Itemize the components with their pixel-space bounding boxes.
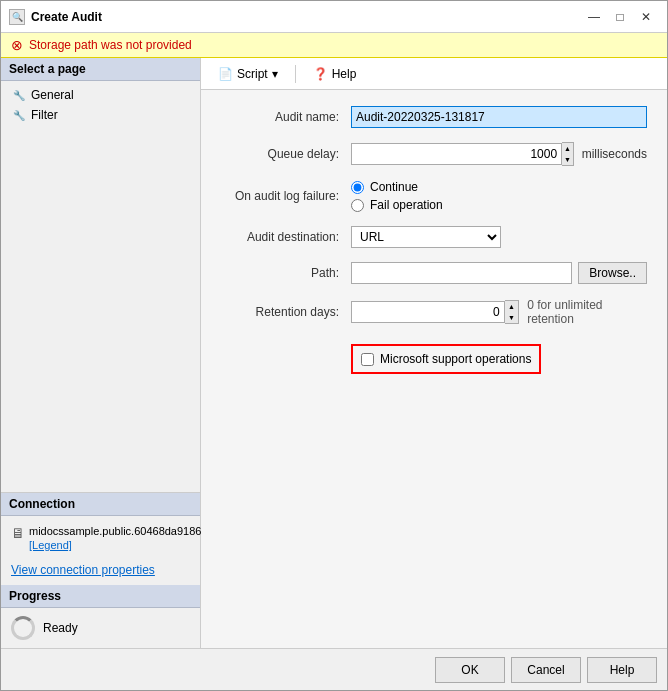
queue-delay-spinner-buttons: ▲ ▼ xyxy=(562,142,574,166)
window-title: Create Audit xyxy=(31,10,102,24)
bottom-bar: OK Cancel Help xyxy=(1,648,667,690)
error-bar: ⊗ Storage path was not provided xyxy=(1,33,667,58)
queue-delay-increment[interactable]: ▲ xyxy=(562,143,573,154)
queue-delay-input[interactable] xyxy=(351,143,562,165)
legend-link[interactable]: [Legend] xyxy=(29,539,72,551)
cancel-button[interactable]: Cancel xyxy=(511,657,581,683)
sidebar-item-filter[interactable]: 🔧 Filter xyxy=(1,105,200,125)
queue-delay-control: ▲ ▼ milliseconds xyxy=(351,142,647,166)
view-connection-properties-link[interactable]: View connection properties xyxy=(11,563,155,577)
progress-content: Ready xyxy=(1,608,200,648)
radio-group-failure: Continue Fail operation xyxy=(351,180,647,212)
audit-name-row: Audit name: xyxy=(221,106,647,128)
toolbar: 📄 Script ▾ ❓ Help xyxy=(201,58,667,90)
retention-days-label: Retention days: xyxy=(221,305,351,319)
retention-days-input[interactable] xyxy=(351,301,505,323)
path-row: Path: Browse.. xyxy=(221,262,647,284)
toolbar-separator xyxy=(295,65,296,83)
minimize-button[interactable]: — xyxy=(581,6,607,28)
title-bar-left: 🔍 Create Audit xyxy=(9,9,102,25)
script-icon: 📄 xyxy=(218,67,233,81)
retention-days-decrement[interactable]: ▼ xyxy=(505,312,519,323)
connection-props: View connection properties xyxy=(1,559,200,585)
continue-radio[interactable] xyxy=(351,181,364,194)
progress-header: Progress xyxy=(1,585,200,608)
main-area: Select a page 🔧 General 🔧 Filter Connect… xyxy=(1,58,667,648)
audit-name-label: Audit name: xyxy=(221,110,351,124)
sidebar-items: 🔧 General 🔧 Filter xyxy=(1,81,200,129)
queue-delay-spinner: ▲ ▼ milliseconds xyxy=(351,142,647,166)
microsoft-support-row: Microsoft support operations xyxy=(221,340,647,374)
script-dropdown-icon: ▾ xyxy=(272,67,278,81)
fail-operation-radio-item[interactable]: Fail operation xyxy=(351,198,647,212)
sidebar-bottom: Connection 🖥 midocssample.public.60468da… xyxy=(1,492,200,648)
retention-note: 0 for unlimited retention xyxy=(527,298,647,326)
ok-button[interactable]: OK xyxy=(435,657,505,683)
continue-radio-item[interactable]: Continue xyxy=(351,180,647,194)
help-button[interactable]: Help xyxy=(587,657,657,683)
retention-days-increment[interactable]: ▲ xyxy=(505,301,519,312)
create-audit-window: 🔍 Create Audit — □ ✕ ⊗ Storage path was … xyxy=(0,0,668,691)
audit-destination-label: Audit destination: xyxy=(221,230,351,244)
close-button[interactable]: ✕ xyxy=(633,6,659,28)
audit-destination-row: Audit destination: URL FILE APPLICATION_… xyxy=(221,226,647,248)
script-label: Script xyxy=(237,67,268,81)
script-button[interactable]: 📄 Script ▾ xyxy=(209,64,287,84)
retention-days-spinner-buttons: ▲ ▼ xyxy=(505,300,520,324)
retention-input-group: ▲ ▼ 0 for unlimited retention xyxy=(351,298,647,326)
audit-destination-control: URL FILE APPLICATION_LOG SECURITY_LOG xyxy=(351,226,647,248)
continue-label: Continue xyxy=(370,180,418,194)
help-toolbar-button[interactable]: ❓ Help xyxy=(304,64,366,84)
microsoft-support-label[interactable]: Microsoft support operations xyxy=(380,352,531,366)
retention-days-control: ▲ ▼ 0 for unlimited retention xyxy=(351,298,647,326)
queue-delay-unit: milliseconds xyxy=(582,147,647,161)
title-bar: 🔍 Create Audit — □ ✕ xyxy=(1,1,667,33)
select-page-header: Select a page xyxy=(1,58,200,81)
help-label: Help xyxy=(332,67,357,81)
path-input[interactable] xyxy=(351,262,572,284)
microsoft-support-checkbox[interactable] xyxy=(361,353,374,366)
wrench-icon: 🔧 xyxy=(13,90,25,101)
audit-destination-select[interactable]: URL FILE APPLICATION_LOG SECURITY_LOG xyxy=(351,226,501,248)
queue-delay-decrement[interactable]: ▼ xyxy=(562,154,573,165)
form-area: Audit name: Queue delay: ▲ ▼ xyxy=(201,90,667,648)
maximize-button[interactable]: □ xyxy=(607,6,633,28)
microsoft-support-checkbox-group: Microsoft support operations xyxy=(351,344,541,374)
queue-delay-row: Queue delay: ▲ ▼ milliseconds xyxy=(221,142,647,166)
sidebar: Select a page 🔧 General 🔧 Filter Connect… xyxy=(1,58,201,648)
retention-days-row: Retention days: ▲ ▼ 0 for unlimited rete… xyxy=(221,298,647,326)
on-audit-log-failure-row: On audit log failure: Continue Fail oper… xyxy=(221,180,647,212)
progress-spinner xyxy=(11,616,35,640)
connection-header: Connection xyxy=(1,493,200,516)
path-control: Browse.. xyxy=(351,262,647,284)
connection-server: 🖥 midocssample.public.60468da9186f.datab… xyxy=(11,524,190,551)
error-message: Storage path was not provided xyxy=(29,38,192,52)
retention-spinner: ▲ ▼ xyxy=(351,300,519,324)
help-icon: ❓ xyxy=(313,67,328,81)
sidebar-item-general[interactable]: 🔧 General xyxy=(1,85,200,105)
error-icon: ⊗ xyxy=(11,37,23,53)
window-icon: 🔍 xyxy=(9,9,25,25)
sidebar-item-general-label: General xyxy=(31,88,74,102)
queue-delay-label: Queue delay: xyxy=(221,147,351,161)
fail-operation-label: Fail operation xyxy=(370,198,443,212)
on-audit-log-failure-control: Continue Fail operation xyxy=(351,180,647,212)
wrench-icon-filter: 🔧 xyxy=(13,110,25,121)
server-icon: 🖥 xyxy=(11,525,25,541)
progress-status: Ready xyxy=(43,621,78,635)
audit-name-input[interactable] xyxy=(351,106,647,128)
audit-name-control xyxy=(351,106,647,128)
title-bar-controls: — □ ✕ xyxy=(581,6,659,28)
path-input-group: Browse.. xyxy=(351,262,647,284)
fail-operation-radio[interactable] xyxy=(351,199,364,212)
sidebar-item-filter-label: Filter xyxy=(31,108,58,122)
path-label: Path: xyxy=(221,266,351,280)
browse-button[interactable]: Browse.. xyxy=(578,262,647,284)
connection-info: 🖥 midocssample.public.60468da9186f.datab… xyxy=(1,516,200,559)
on-audit-log-failure-label: On audit log failure: xyxy=(221,189,351,203)
content-area: 📄 Script ▾ ❓ Help Audit name: xyxy=(201,58,667,648)
microsoft-support-control: Microsoft support operations xyxy=(351,340,647,374)
